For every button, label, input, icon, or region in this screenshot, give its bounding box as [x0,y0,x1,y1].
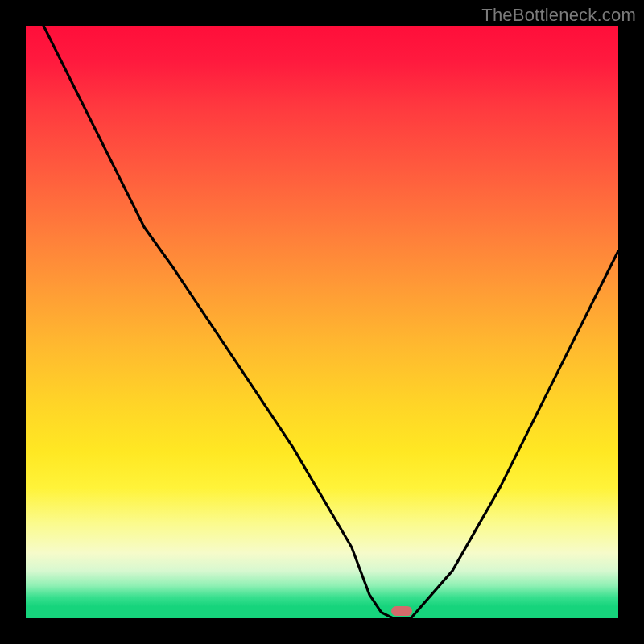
curve-path [43,26,618,618]
chart-frame: TheBottleneck.com [0,0,644,644]
plot-area [26,26,618,618]
bottleneck-curve [26,26,618,618]
watermark-text: TheBottleneck.com [481,5,636,26]
optimal-marker [391,606,412,616]
